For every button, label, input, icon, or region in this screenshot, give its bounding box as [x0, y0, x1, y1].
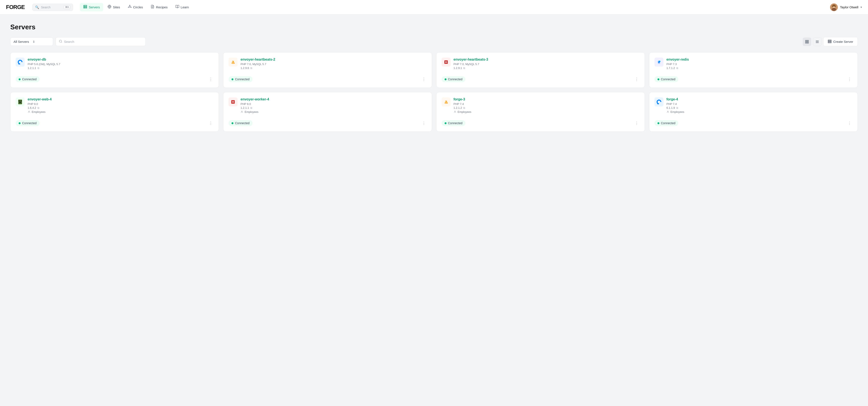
user-menu[interactable]: Taylor Otwell ▾ — [830, 3, 862, 11]
more-options-button[interactable]: ⋮ — [847, 76, 852, 83]
user-name: Taylor Otwell — [840, 5, 858, 9]
status-badge: Connected — [442, 120, 466, 126]
status-dot — [657, 79, 659, 80]
server-info: envoyer-web-4 PHP 8.0 1.6.4.2 ⧉ Employee… — [28, 97, 214, 114]
nav-item-circles[interactable]: Circles — [124, 3, 147, 11]
more-options-button[interactable]: ⋮ — [208, 76, 214, 83]
more-options-button[interactable]: ⋮ — [847, 120, 852, 126]
logo: FORGE — [6, 4, 25, 10]
nav-label-circles: Circles — [133, 5, 143, 9]
status-label: Connected — [448, 121, 463, 125]
svg-text:H: H — [445, 60, 447, 64]
svg-point-21 — [59, 40, 62, 42]
card-footer: Connected ⋮ — [228, 120, 426, 126]
svg-point-56 — [242, 111, 242, 112]
server-version: 1.2.9.6 ⧉ — [241, 66, 426, 70]
svg-line-22 — [61, 42, 62, 42]
copy-icon[interactable]: ⧉ — [250, 67, 252, 70]
status-dot — [444, 79, 446, 80]
more-options-button[interactable]: ⋮ — [634, 76, 640, 83]
copy-icon[interactable]: ⧉ — [463, 67, 465, 70]
page-title: Servers — [10, 23, 858, 31]
svg-rect-50 — [19, 102, 20, 103]
search-icon: 🔍 — [35, 5, 39, 9]
status-badge: Connected — [654, 76, 679, 82]
card-header: a envoyer-heartbeats-2 PHP 7.0, MySQL 5.… — [228, 58, 426, 70]
server-team: Employees — [241, 110, 426, 114]
svg-rect-49 — [19, 102, 21, 102]
server-team-label: Employees — [671, 110, 684, 114]
nav-item-recipes[interactable]: Recipes — [147, 3, 171, 11]
server-search[interactable] — [56, 37, 146, 46]
server-info: forge-4 PHP 7.4 6.1.1.9 ⧉ Employees — [666, 97, 852, 114]
filter-select[interactable]: All Servers ⇕ — [10, 37, 53, 46]
nav-label-sites: Sites — [113, 5, 120, 9]
server-name: envoyer-web-4 — [28, 97, 214, 101]
more-options-button[interactable]: ⋮ — [634, 120, 640, 126]
filter-label: All Servers — [13, 40, 31, 43]
svg-point-9 — [129, 5, 130, 6]
more-options-button[interactable]: ⋮ — [208, 120, 214, 126]
servers-grid: envoyer-db PHP 5.6 (Old), MySQL 5.7 1.2.… — [10, 52, 858, 132]
copy-icon[interactable]: ⧉ — [250, 106, 252, 110]
copy-icon[interactable]: ⧉ — [463, 106, 465, 110]
card-footer: Connected ⋮ — [442, 120, 640, 126]
svg-rect-34 — [19, 64, 20, 64]
svg-point-63 — [667, 111, 668, 112]
nav-item-sites[interactable]: Sites — [104, 3, 123, 11]
more-options-button[interactable]: ⋮ — [421, 76, 427, 83]
create-server-icon — [828, 39, 832, 44]
server-name: forge-3 — [454, 97, 640, 101]
server-card[interactable]: envoyer-redis PHP 7.3 1.7.1.2 ⧉ Connecte… — [649, 52, 858, 88]
server-version: 1.6.4.2 ⧉ — [28, 106, 214, 110]
server-card[interactable]: a envoyer-heartbeats-2 PHP 7.0, MySQL 5.… — [223, 52, 432, 88]
status-badge: Connected — [16, 120, 40, 126]
copy-icon[interactable]: ⧉ — [37, 106, 39, 110]
list-view-button[interactable] — [813, 37, 822, 46]
copy-icon[interactable]: ⧉ — [676, 106, 678, 110]
svg-point-16 — [832, 8, 836, 11]
status-dot — [19, 79, 21, 80]
svg-rect-47 — [19, 100, 20, 101]
server-card[interactable]: envoyer-web-4 PHP 8.0 1.6.4.2 ⧉ Employee… — [10, 92, 219, 132]
server-card[interactable]: H envoyer-worker-4 PHP 8.0 1.2.1.1 ⧉ Emp… — [223, 92, 432, 132]
svg-point-52 — [29, 111, 29, 112]
server-card[interactable]: forge-4 PHP 7.4 6.1.1.9 ⧉ Employees Conn… — [649, 92, 858, 132]
server-info: envoyer-heartbeats-2 PHP 7.0, MySQL 5.7 … — [241, 58, 426, 70]
more-options-button[interactable]: ⋮ — [421, 120, 427, 126]
server-card[interactable]: H envoyer-heartbeats-3 PHP 7.0, MySQL 5.… — [436, 52, 645, 88]
global-search[interactable]: 🔍 Search ⌘K — [32, 4, 73, 11]
svg-text:H: H — [232, 100, 234, 104]
server-team: Employees — [666, 110, 852, 114]
provider-icon: H — [442, 58, 451, 67]
nav-item-learn[interactable]: Learn — [172, 3, 192, 11]
server-info: forge-3 PHP 7.4 1.2.1.2 ⧉ Employees — [454, 97, 640, 114]
chevron-down-icon: ▾ — [861, 6, 862, 9]
svg-point-8 — [129, 6, 130, 7]
server-meta: PHP 5.6 (Old), MySQL 5.7 — [28, 63, 214, 66]
svg-rect-26 — [807, 42, 808, 43]
server-version: 1.2.1.1 ⧉ — [241, 106, 426, 110]
server-card[interactable]: envoyer-db PHP 5.6 (Old), MySQL 5.7 1.2.… — [10, 52, 219, 88]
card-header: envoyer-redis PHP 7.3 1.7.1.2 ⧉ — [654, 58, 852, 70]
copy-icon[interactable]: ⧉ — [676, 67, 678, 70]
server-meta: PHP 8.0 — [241, 102, 426, 105]
search-field[interactable] — [64, 40, 143, 43]
svg-rect-31 — [828, 41, 831, 42]
main-nav: Servers Sites Circles Recipes — [80, 3, 825, 11]
toolbar-right: Create Server — [803, 37, 858, 46]
server-card[interactable]: a forge-3 PHP 7.4 1.2.1.2 ⧉ Employees — [436, 92, 645, 132]
create-server-button[interactable]: Create Server — [823, 37, 858, 46]
card-footer: Connected ⋮ — [16, 120, 214, 126]
card-footer: Connected ⋮ — [228, 76, 426, 83]
svg-point-60 — [655, 98, 662, 105]
server-version: 1.2.1.2 ⧉ — [454, 106, 640, 110]
nav-item-servers[interactable]: Servers — [80, 3, 103, 11]
server-name: envoyer-heartbeats-3 — [454, 58, 640, 61]
grid-view-button[interactable] — [803, 37, 811, 46]
card-footer: Connected ⋮ — [16, 76, 214, 83]
svg-point-59 — [455, 111, 455, 112]
copy-icon[interactable]: ⧉ — [37, 67, 39, 70]
card-footer: Connected ⋮ — [654, 76, 852, 83]
svg-rect-61 — [658, 103, 659, 104]
